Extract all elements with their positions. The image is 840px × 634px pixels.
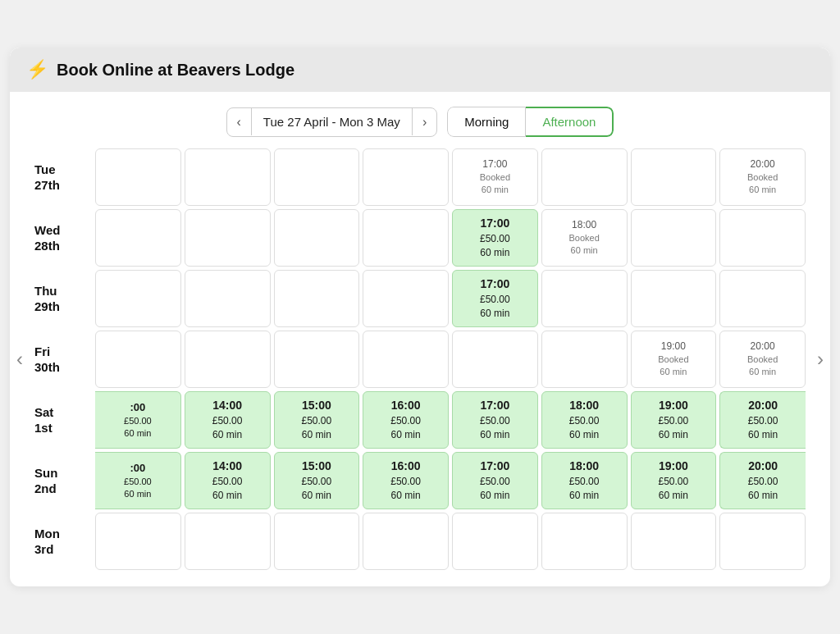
time-slot: 20:00Booked60 min: [719, 148, 806, 206]
scroll-left-button[interactable]: ‹: [10, 341, 30, 377]
time-slot: 17:00Booked60 min: [452, 148, 538, 206]
card-header: ⚡ Book Online at Beavers Lodge: [10, 48, 830, 92]
time-slot: [274, 331, 360, 388]
time-slot: [719, 513, 806, 570]
morning-toggle[interactable]: Morning: [447, 107, 526, 137]
time-slot[interactable]: 14:00£50.0060 min: [185, 391, 271, 449]
prev-date-button[interactable]: ‹: [227, 108, 251, 136]
row-label: Wed28th: [34, 209, 92, 267]
time-slot[interactable]: 18:00£50.0060 min: [541, 452, 628, 509]
time-slot[interactable]: 17:00£50.0060 min: [452, 209, 538, 267]
time-slot: [95, 270, 181, 327]
time-slot: [631, 209, 717, 267]
time-slot: [631, 270, 717, 327]
time-slot[interactable]: 18:00£50.0060 min: [541, 391, 628, 449]
time-slot[interactable]: :00£50.0060 min: [95, 452, 181, 509]
time-slot[interactable]: 17:00£50.0060 min: [452, 452, 538, 509]
time-slot: [274, 148, 360, 206]
time-slot: [363, 148, 449, 206]
time-slot[interactable]: 20:00£50.0060 min: [719, 391, 806, 449]
time-slot[interactable]: 19:00£50.0060 min: [631, 452, 717, 509]
calendar-grid: Tue27th17:00Booked60 min20:00Booked60 mi…: [34, 148, 806, 570]
time-slot[interactable]: 20:00£50.0060 min: [719, 452, 806, 509]
time-slot: [719, 270, 806, 327]
time-of-day-toggle: Morning Afternoon: [447, 107, 614, 137]
row-label: Fri30th: [34, 331, 92, 388]
time-slot: [541, 513, 628, 570]
time-slot: [631, 148, 717, 206]
time-slot: [185, 331, 271, 388]
row-label: Mon3rd: [34, 513, 92, 570]
row-label: Tue27th: [34, 148, 92, 206]
time-slot[interactable]: 16:00£50.0060 min: [363, 452, 449, 509]
date-navigator: ‹ Tue 27 April - Mon 3 May ›: [226, 107, 438, 137]
time-slot: [95, 513, 181, 570]
lightning-icon: ⚡: [26, 59, 48, 80]
time-slot: [363, 513, 449, 570]
time-slot: [95, 209, 181, 267]
time-slot: [185, 513, 271, 570]
controls-bar: ‹ Tue 27 April - Mon 3 May › Morning Aft…: [10, 92, 830, 148]
time-slot: [541, 148, 628, 206]
booking-card: ⚡ Book Online at Beavers Lodge ‹ Tue 27 …: [10, 48, 830, 586]
time-slot[interactable]: 16:00£50.0060 min: [363, 391, 449, 449]
scroll-right-button[interactable]: ›: [810, 341, 830, 377]
time-slot: [274, 209, 360, 267]
row-label: Thu29th: [34, 270, 92, 327]
time-slot: 20:00Booked60 min: [719, 331, 806, 388]
time-slot: [719, 209, 806, 267]
time-slot[interactable]: 19:00£50.0060 min: [631, 391, 717, 449]
time-slot: [452, 513, 538, 570]
time-slot: [95, 331, 181, 388]
next-date-button[interactable]: ›: [413, 108, 436, 136]
time-slot: [631, 513, 717, 570]
time-slot[interactable]: :00£50.0060 min: [95, 391, 181, 449]
time-slot: [541, 270, 628, 327]
time-slot: [274, 270, 360, 327]
calendar-grid-wrapper: ‹ › Tue27th17:00Booked60 min20:00Booked6…: [10, 148, 830, 570]
time-slot: 19:00Booked60 min: [631, 331, 717, 388]
time-slot: [185, 209, 271, 267]
time-slot[interactable]: 15:00£50.0060 min: [274, 452, 360, 509]
time-slot: [363, 331, 449, 388]
time-slot[interactable]: 14:00£50.0060 min: [185, 452, 271, 509]
time-slot: [363, 270, 449, 327]
time-slot[interactable]: 17:00£50.0060 min: [452, 270, 538, 327]
time-slot: [185, 148, 271, 206]
date-range-label: Tue 27 April - Mon 3 May: [251, 108, 413, 135]
row-label: Sun2nd: [34, 452, 92, 509]
time-slot: [95, 148, 181, 206]
time-slot: 18:00Booked60 min: [541, 209, 628, 267]
time-slot: [363, 209, 449, 267]
time-slot: [541, 331, 628, 388]
time-slot[interactable]: 17:00£50.0060 min: [452, 391, 538, 449]
afternoon-toggle[interactable]: Afternoon: [526, 107, 614, 137]
time-slot: [185, 270, 271, 327]
time-slot: [452, 331, 538, 388]
page-title: Book Online at Beavers Lodge: [57, 61, 294, 80]
row-label: Sat1st: [34, 391, 92, 449]
time-slot[interactable]: 15:00£50.0060 min: [274, 391, 360, 449]
time-slot: [274, 513, 360, 570]
